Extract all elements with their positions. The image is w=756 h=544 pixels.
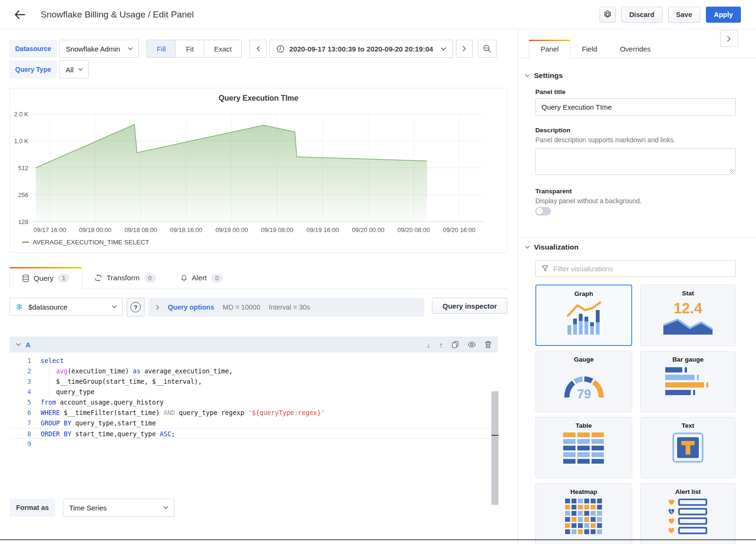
viz-card-alert-list[interactable]: Alert list: [640, 483, 736, 544]
toolbar-row-2: Query Type All: [9, 60, 89, 78]
code-line[interactable]: 1select: [9, 355, 498, 366]
chevron-down-icon: [525, 246, 530, 249]
chart-legend[interactable]: AVERAGE_EXECUTION_TIME SELECT: [22, 239, 149, 246]
time-shift-back-button[interactable]: [249, 40, 266, 58]
code-line[interactable]: 3 $__timeGroup(start_time, $__interval),: [9, 376, 498, 387]
angle-right-icon: [156, 305, 159, 310]
query-ref-header[interactable]: A ↓ ↑: [9, 337, 498, 353]
filter-visualizations-input[interactable]: [553, 265, 730, 273]
svg-text:09/18 08:00: 09/18 08:00: [124, 226, 157, 233]
snowflake-icon: ❄: [16, 302, 23, 311]
heatmap-viz-icon: [565, 499, 603, 542]
format-as-row: Format as Time Series: [9, 499, 174, 517]
transparent-toggle[interactable]: [535, 207, 551, 216]
filter-visualizations-field[interactable]: [535, 260, 736, 277]
query-count-badge: 1: [58, 274, 69, 283]
svg-text:2.0 K: 2.0 K: [14, 111, 29, 118]
legend-series-swatch: [22, 242, 29, 243]
timeseries-chart[interactable]: 2.0 K1.0 K51225612809/17 16:0009/18 00:0…: [10, 107, 508, 236]
stat-sample-value: 12.4: [674, 301, 702, 316]
code-line[interactable]: 4 query_type: [9, 387, 498, 397]
chevron-right-icon: [727, 36, 731, 42]
settings-section-header[interactable]: Settings: [525, 71, 563, 80]
tab-panel[interactable]: Panel: [529, 40, 570, 58]
query-type-picker[interactable]: All: [60, 60, 89, 78]
database-icon: [22, 275, 29, 282]
eye-icon: [468, 341, 476, 348]
zoom-out-time-button[interactable]: [478, 40, 497, 58]
editor-scrollbar-marker: [491, 435, 498, 436]
graph-viz-icon: [566, 301, 602, 335]
header: Snowflake Billing & Usage / Edit Panel D…: [0, 0, 756, 29]
fit-option-fill[interactable]: Fill: [147, 40, 175, 57]
discard-button[interactable]: Discard: [621, 7, 662, 23]
apply-button[interactable]: Apply: [706, 7, 741, 23]
code-line[interactable]: 2 avg(execution_time) as average_executi…: [9, 366, 498, 376]
viz-card-stat[interactable]: Stat 12.4: [640, 285, 736, 346]
collapse-chevron-icon: [16, 343, 21, 346]
main-content: Datasource Snowflake Admin Fill Fit Exac…: [0, 29, 518, 544]
svg-text:09/19 16:00: 09/19 16:00: [306, 226, 339, 233]
caret-down-icon: [128, 47, 133, 50]
caret-down-icon: [78, 68, 83, 71]
tab-transform[interactable]: Transform 0: [82, 267, 168, 289]
alert-list-viz-icon: [668, 499, 708, 542]
viz-card-gauge[interactable]: Gauge 79: [535, 351, 632, 412]
query-options-interval: Interval = 30s: [269, 303, 310, 311]
viz-card-graph[interactable]: Graph: [535, 285, 632, 346]
line-number: 7: [9, 418, 41, 428]
panel-settings-button[interactable]: [600, 7, 616, 23]
toggle-query-visibility-button[interactable]: [468, 341, 476, 348]
move-query-up-button[interactable]: ↑: [439, 341, 443, 349]
line-number: 4: [9, 387, 41, 397]
query-inspector-button[interactable]: Query inspector: [432, 298, 507, 314]
textarea-resize-grip[interactable]: [730, 169, 735, 174]
header-actions: Discard Save Apply: [600, 7, 741, 23]
time-shift-forward-button[interactable]: [456, 40, 473, 58]
gauge-viz-icon: 79: [558, 366, 610, 400]
code-line[interactable]: 8ORDER BY start_time,query_type ASC;: [9, 428, 498, 439]
transparent-help-text: Display panel without a background.: [535, 197, 642, 205]
help-icon: ?: [130, 302, 141, 312]
viz-card-heatmap[interactable]: Heatmap: [535, 483, 632, 544]
description-textarea[interactable]: [535, 148, 736, 175]
query-type-label: Query Type: [9, 60, 57, 78]
save-button[interactable]: Save: [668, 7, 700, 23]
viz-card-table[interactable]: Table: [535, 417, 632, 478]
code-line[interactable]: 9: [9, 439, 498, 449]
move-query-down-button[interactable]: ↓: [427, 341, 430, 349]
viz-card-bar-gauge[interactable]: Bar gauge: [640, 351, 736, 412]
tab-alert[interactable]: Alert 0: [168, 267, 235, 289]
datasource-help-button[interactable]: ?: [127, 298, 145, 317]
tab-field[interactable]: Field: [570, 40, 609, 58]
query-options-bar[interactable]: Query options MD = 10000 Interval = 30s: [148, 298, 424, 317]
description-help-text: Panel description supports markdown and …: [535, 136, 676, 144]
duplicate-query-button[interactable]: [452, 341, 459, 348]
editor-scrollbar[interactable]: [491, 391, 498, 505]
query-options-label[interactable]: Query options: [168, 303, 214, 311]
options-sidebar: Panel Field Overrides Settings Panel tit…: [518, 29, 756, 544]
sql-editor[interactable]: 1select2 avg(execution_time) as average_…: [9, 355, 498, 483]
panel-title-input[interactable]: [535, 98, 736, 116]
visualization-grid: Graph Stat 12.4: [535, 285, 736, 544]
bar-gauge-viz-icon: [665, 366, 711, 397]
fit-option-fit[interactable]: Fit: [175, 40, 204, 57]
query-options-md: MD = 10000: [223, 303, 260, 311]
tab-query[interactable]: Query 1: [9, 267, 82, 289]
time-range-picker[interactable]: 2020-09-17 13:00:39 to 2020-09-20 20:19:…: [269, 40, 453, 58]
viz-card-text[interactable]: Text: [640, 417, 736, 478]
delete-query-button[interactable]: [485, 341, 491, 348]
collapse-sidebar-button[interactable]: [720, 30, 738, 47]
query-datasource-picker[interactable]: ❄ $datasource: [9, 298, 123, 316]
code-line[interactable]: 6WHERE $__timeFilter(start_time) AND que…: [9, 407, 498, 418]
tab-overrides[interactable]: Overrides: [609, 40, 662, 58]
fit-option-exact[interactable]: Exact: [204, 40, 241, 57]
datasource-picker[interactable]: Snowflake Admin: [60, 40, 139, 58]
code-line[interactable]: 7GROUP BY query_type,start_time: [9, 418, 498, 428]
visualization-section-header[interactable]: Visualization: [525, 243, 578, 251]
code-line[interactable]: 5from account_usage.query_history: [9, 397, 498, 407]
svg-text:512: 512: [18, 164, 28, 172]
panel-title-label: Panel title: [535, 88, 566, 95]
back-button[interactable]: [10, 5, 29, 24]
format-as-picker[interactable]: Time Series: [63, 499, 174, 517]
